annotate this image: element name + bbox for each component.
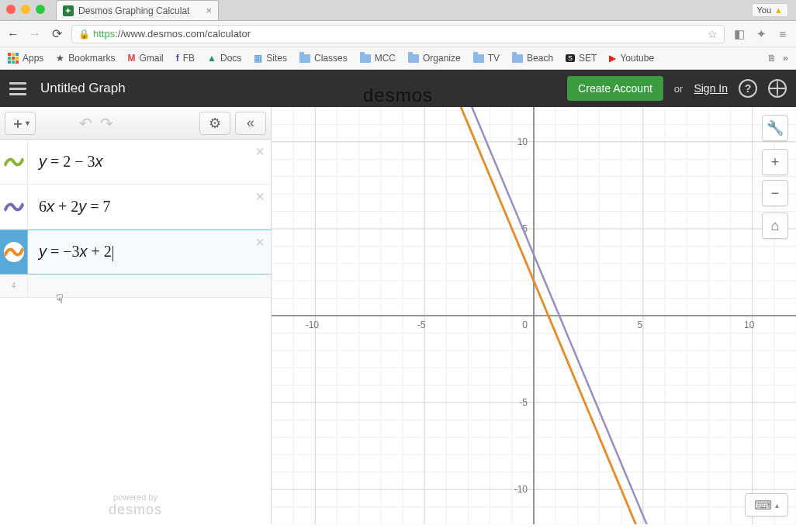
reload-button[interactable]: ⟳ [50, 26, 64, 41]
folder-icon [512, 54, 523, 63]
folder-icon [299, 54, 310, 63]
url-path: /calculator [205, 28, 251, 40]
keyboard-icon: ⌨ [754, 498, 772, 513]
back-button[interactable]: ← [6, 27, 20, 41]
forward-button[interactable]: → [28, 27, 42, 41]
svg-text:10: 10 [744, 320, 755, 330]
expression-input[interactable]: 6x + 2y = 7 [28, 198, 271, 216]
expression-input[interactable]: y = 2 − 3x [28, 153, 271, 171]
sites-icon: ▦ [254, 53, 262, 64]
chrome-menu-icon[interactable]: ≡ [776, 27, 790, 41]
row-index: 4 [0, 275, 28, 297]
bookmark-label: Sites [266, 53, 287, 64]
wave-icon [4, 152, 24, 172]
zoom-in-button[interactable]: + [762, 149, 788, 175]
wrench-button[interactable]: 🔧 [762, 115, 788, 141]
bookmark-label: Classes [314, 53, 348, 64]
bookmark-label: SET [579, 53, 597, 64]
desmos-logo: desmos [363, 85, 433, 106]
bookmark-item[interactable]: ▲Docs [207, 53, 241, 64]
drive-icon: ▲ [207, 53, 216, 64]
youtube-icon: ▶ [609, 53, 616, 64]
lock-icon: 🔒 [78, 29, 90, 40]
address-bar[interactable]: 🔒 https://www.desmos.com/calculator ☆ [71, 25, 725, 43]
home-button[interactable]: ⌂ [762, 212, 788, 239]
bookmarks-overflow[interactable]: 🗎» [767, 53, 788, 64]
expression-row[interactable]: y = 2 − 3x × [0, 140, 271, 185]
apps-label: Apps [22, 53, 43, 64]
folder-icon [473, 54, 484, 63]
expression-row[interactable]: y = −3x + 2 × [0, 230, 271, 275]
apps-icon [8, 53, 19, 64]
zoom-controls: + − [762, 149, 788, 206]
apps-button[interactable]: Apps [8, 53, 43, 64]
wave-icon [4, 242, 24, 262]
browser-tab[interactable]: ✦ Desmos Graphing Calculat × [56, 0, 219, 20]
bookmark-item[interactable]: ★Bookmarks [56, 53, 115, 64]
expression-color-toggle[interactable] [0, 230, 28, 274]
window-controls [6, 5, 45, 14]
bookmark-item[interactable]: TV [473, 53, 500, 64]
svg-text:-10: -10 [306, 320, 320, 330]
bookmark-item[interactable]: MGmail [127, 53, 163, 64]
delete-expression-icon[interactable]: × [255, 233, 265, 251]
graph-title[interactable]: Untitled Graph [40, 81, 126, 96]
close-tab-icon[interactable]: × [206, 5, 212, 16]
bookmark-label: Organize [423, 53, 461, 64]
expression-panel: ＋▾ ↶ ↷ ⚙ « y = 2 − 3x × 6x + 2y = 7 [0, 107, 272, 524]
wave-icon [4, 197, 24, 217]
minimize-window[interactable] [21, 5, 30, 14]
add-expression-button[interactable]: ＋▾ [5, 112, 36, 135]
help-button[interactable]: ? [739, 79, 757, 98]
chrome-user-button[interactable]: You ▲ [752, 3, 788, 17]
folder-icon [360, 54, 371, 63]
chevron-up-icon: ▴ [775, 501, 779, 510]
delete-expression-icon[interactable]: × [255, 143, 265, 161]
bookmark-label: Beach [527, 53, 553, 64]
expression-row[interactable]: 6x + 2y = 7 × [0, 185, 271, 230]
language-button[interactable] [768, 79, 787, 98]
expression-input[interactable]: y = −3x + 2 [28, 243, 271, 261]
main-area: ＋▾ ↶ ↷ ⚙ « y = 2 − 3x × 6x + 2y = 7 [0, 107, 796, 524]
extension-icon[interactable]: ◧ [732, 27, 746, 41]
close-window[interactable] [6, 5, 16, 14]
expression-toolbar: ＋▾ ↶ ↷ ⚙ « [0, 107, 271, 140]
expression-color-toggle[interactable] [0, 185, 28, 229]
menu-button[interactable] [9, 82, 26, 95]
page-icon: 🗎 [767, 53, 777, 64]
keyboard-button[interactable]: ⌨ ▴ [745, 493, 788, 516]
svg-text:-5: -5 [417, 320, 426, 330]
redo-button[interactable]: ↷ [100, 114, 113, 133]
bookmark-item[interactable]: Beach [512, 53, 553, 64]
bookmarks-bar: Apps ★Bookmarks MGmail fFB ▲Docs ▦Sites … [0, 47, 796, 70]
svg-text:10: 10 [517, 136, 528, 147]
expression-color-toggle[interactable] [0, 140, 28, 184]
bookmark-item[interactable]: ▶Youtube [609, 53, 654, 64]
bookmark-item[interactable]: Organize [408, 53, 461, 64]
extension-puzzle-icon[interactable]: ✦ [754, 27, 768, 41]
zoom-out-button[interactable]: − [762, 180, 788, 206]
maximize-window[interactable] [36, 5, 45, 14]
graph-canvas[interactable]: -10-5510-10-55100 [272, 107, 796, 524]
bookmark-item[interactable]: fFB [176, 53, 195, 64]
delete-expression-icon[interactable]: × [255, 188, 265, 206]
bookmark-item[interactable]: Classes [299, 53, 348, 64]
settings-button[interactable]: ⚙ [199, 112, 230, 135]
powered-by-brand: desmos [6, 502, 265, 518]
sign-in-link[interactable]: Sign In [694, 82, 728, 95]
bookmark-item[interactable]: MCC [360, 53, 396, 64]
expression-row-empty[interactable]: 4 [0, 275, 271, 298]
warning-icon: ▲ [774, 5, 783, 15]
collapse-panel-button[interactable]: « [235, 112, 266, 135]
bookmark-star-icon[interactable]: ☆ [708, 28, 718, 40]
bookmark-item[interactable]: SSET [566, 53, 597, 64]
undo-button[interactable]: ↶ [79, 114, 92, 133]
create-account-button[interactable]: Create Account [567, 76, 663, 101]
tab-favicon: ✦ [63, 5, 74, 16]
graph-area[interactable]: -10-5510-10-55100 🔧 + − ⌂ ⌨ ▴ [272, 107, 796, 524]
or-text: or [674, 83, 684, 95]
url-scheme: https [93, 28, 115, 40]
bookmark-item[interactable]: ▦Sites [254, 53, 287, 64]
browser-toolbar: ← → ⟳ 🔒 https://www.desmos.com/calculato… [0, 21, 796, 47]
expression-list: y = 2 − 3x × 6x + 2y = 7 × y = −3x + 2 ×… [0, 140, 271, 486]
